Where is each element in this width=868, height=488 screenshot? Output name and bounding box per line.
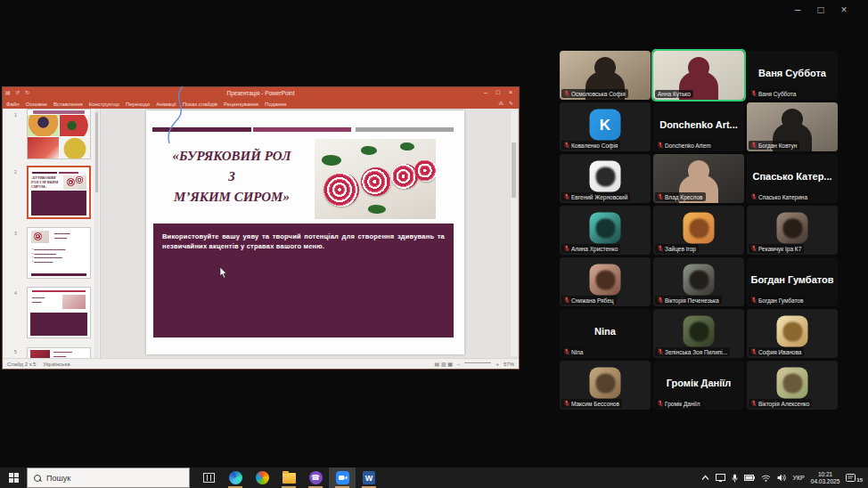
participant-display-name: Богдан Гумбатов — [747, 274, 838, 285]
participant-name-label: Вікторія Печенезька — [655, 296, 722, 305]
zoom-out-button[interactable]: − — [457, 362, 461, 367]
mic-muted-icon — [658, 142, 663, 149]
ppt-menu-tab[interactable]: Показ слайдів — [183, 102, 217, 107]
ppt-menu-tab[interactable]: Переходи — [126, 102, 150, 107]
slide-image-beet-rolls — [315, 139, 436, 219]
taskbar-app-word[interactable]: W — [356, 468, 382, 488]
participant-tile[interactable]: KКоваленко Софія — [560, 102, 651, 151]
participant-tile[interactable]: Рекамчук Іра К7 — [747, 206, 838, 255]
ppt-menu-tab[interactable]: Подання — [265, 102, 286, 107]
powerpoint-window-controls[interactable]: – □ × — [484, 89, 516, 95]
zoom-level[interactable]: 57% — [504, 362, 514, 367]
participant-tile[interactable]: Вікторія Печенезька — [653, 257, 744, 306]
participant-tile[interactable]: Ваня СубботаВаня Суббота — [747, 51, 838, 100]
participant-display-name: Nina — [560, 326, 651, 337]
current-slide: «БУРЯКОВИЙ РОЛ З М’ЯКИМ СИРОМ» Використо… — [146, 110, 464, 354]
view-buttons[interactable]: ▤ ▥ ▦ — [435, 361, 453, 367]
participant-name-label: Богдан Ковтун — [749, 141, 799, 150]
restore-button[interactable]: □ — [809, 4, 832, 16]
taskbar-app-explorer[interactable] — [275, 468, 302, 488]
start-button[interactable] — [0, 468, 27, 488]
ppt-menu-tab[interactable]: Рецензування — [224, 102, 258, 107]
powerpoint-title: Презентація - PowerPoint — [3, 90, 519, 96]
speaker-icon[interactable] — [777, 474, 787, 482]
participant-tile[interactable]: Евгений Жерновский — [560, 154, 651, 203]
participant-tile[interactable]: Зайцев Ігор — [653, 206, 744, 255]
mic-muted-icon — [751, 193, 757, 200]
taskbar-app-viber[interactable]: ☎ — [302, 468, 329, 488]
wifi-icon[interactable] — [761, 475, 771, 482]
windows-logo-icon — [9, 473, 19, 483]
language-switcher[interactable]: УКР — [793, 475, 805, 481]
microphone-icon[interactable] — [732, 474, 738, 483]
ppt-menu-tab[interactable]: Конструктор — [89, 102, 119, 107]
slide-scrollbar[interactable] — [511, 110, 517, 356]
battery-icon[interactable] — [744, 475, 755, 481]
search-icon — [34, 475, 41, 482]
powerpoint-titlebar[interactable]: ▤ ↺ ↻ Презентація - PowerPoint – □ × — [3, 87, 519, 99]
cast-display-icon[interactable] — [716, 474, 725, 482]
participant-tile[interactable]: Снижана Рябец — [560, 257, 651, 306]
tray-chevron-icon[interactable] — [701, 475, 709, 481]
participant-tile[interactable]: София Иванова — [747, 309, 838, 358]
participant-name-label: София Иванова — [749, 347, 804, 356]
ppt-menu-tab[interactable]: Основне — [26, 102, 47, 107]
slide-number: 1 — [14, 112, 17, 118]
ppt-menu-tab[interactable]: Вставлення — [53, 102, 83, 107]
ppt-menu-tab[interactable]: Анімації — [156, 102, 176, 107]
participant-tile[interactable]: Громік ДаніїлГромік Даніїл — [653, 361, 744, 410]
tray-time: 10:21 — [818, 471, 832, 477]
slide-decor-bar-3 — [356, 127, 454, 132]
mic-muted-icon — [564, 348, 569, 355]
participant-tile[interactable]: Анна Кутько — [653, 51, 744, 100]
participant-tile[interactable]: Осмоловська Софія — [560, 51, 651, 100]
participant-display-name: Donchenko Art... — [653, 119, 744, 130]
participant-tile[interactable]: Алина Христенко — [560, 206, 651, 255]
participant-avatar — [777, 368, 808, 399]
participant-tile[interactable]: Зелінська Зоя Пилипі... — [653, 309, 744, 358]
language-indicator[interactable]: Українська — [43, 362, 70, 367]
participant-tile[interactable]: Максим Бессонов — [560, 361, 651, 410]
taskbar-app-zoom[interactable] — [329, 468, 356, 488]
participant-tile[interactable]: Влад Креслов — [653, 154, 744, 203]
slide-thumbnail-2-selected[interactable]: «БУРЯКОВИЙ РОЛ З М’ЯКИМ СИРОМ» — [27, 166, 91, 219]
slide-thumbnail-3[interactable]: ▬▬▬▬▬▬▬▬▬ ▪ ▬▬▬▬▬▬▬▬▬▬▪ ▬▬▬▬▬▬▬▪ ▬▬▬▬▬▬▬… — [27, 227, 91, 279]
search-placeholder: Пошук — [46, 474, 70, 483]
close-button[interactable]: × — [832, 4, 856, 16]
participant-tile[interactable]: Богдан ГумбатовБогдан Гумбатов — [747, 257, 838, 306]
participant-name-label: Максим Бессонов — [561, 399, 622, 408]
slide-thumbnail-4[interactable]: ▬▬▬▬▬▬▬ — [27, 287, 91, 338]
participant-tile[interactable]: NinaNina — [560, 309, 651, 358]
edge-icon — [229, 471, 242, 484]
zoom-slider[interactable] — [464, 362, 491, 363]
notification-center-button[interactable]: 15 — [846, 474, 863, 483]
ribbon-share-icons[interactable]: ⁂ ✎ — [498, 100, 515, 106]
slide-number: 2 — [14, 169, 17, 175]
participant-tile[interactable]: Вікторія Алексенко — [747, 361, 838, 410]
thumbnail-scrollbar[interactable] — [94, 109, 99, 360]
taskbar-app-edge[interactable] — [222, 468, 249, 488]
participant-name-label: Коваленко Софія — [561, 141, 620, 150]
slide-thumbnail-panel: 1 2 3 4 5 «БУРЯКОВИЙ РОЛ З М’ЯКИМ — [3, 109, 101, 360]
participant-name-label: Спасько Катерина — [749, 192, 810, 201]
system-tray: УКР 10:21 04.03.2025 15 — [701, 468, 868, 488]
ppt-menu-tab[interactable]: Файл — [6, 102, 20, 107]
participant-name-label: Вікторія Алексенко — [749, 399, 812, 408]
mic-muted-icon — [564, 90, 569, 97]
zoom-in-button[interactable]: + — [495, 362, 499, 367]
participant-name-label: Nina — [561, 347, 585, 356]
slide-number: 4 — [14, 290, 17, 296]
slide-thumbnail-1[interactable] — [27, 109, 91, 159]
mic-muted-icon — [658, 348, 663, 355]
participant-tile[interactable]: Donchenko Art...Donchenko Artem — [653, 102, 744, 151]
taskbar-app-copilot[interactable] — [249, 468, 275, 488]
task-view-button[interactable] — [195, 468, 222, 488]
taskbar-clock[interactable]: 10:21 04.03.2025 — [811, 471, 840, 485]
minimize-button[interactable]: – — [786, 4, 809, 16]
participant-tile[interactable]: Спасько Катер...Спасько Катерина — [747, 154, 838, 203]
participant-avatar — [777, 316, 808, 347]
participant-tile[interactable]: Богдан Ковтун — [747, 102, 838, 151]
taskbar: Пошук ☎ W — [0, 468, 868, 488]
search-input[interactable]: Пошук — [27, 468, 190, 488]
mic-muted-icon — [564, 400, 569, 407]
